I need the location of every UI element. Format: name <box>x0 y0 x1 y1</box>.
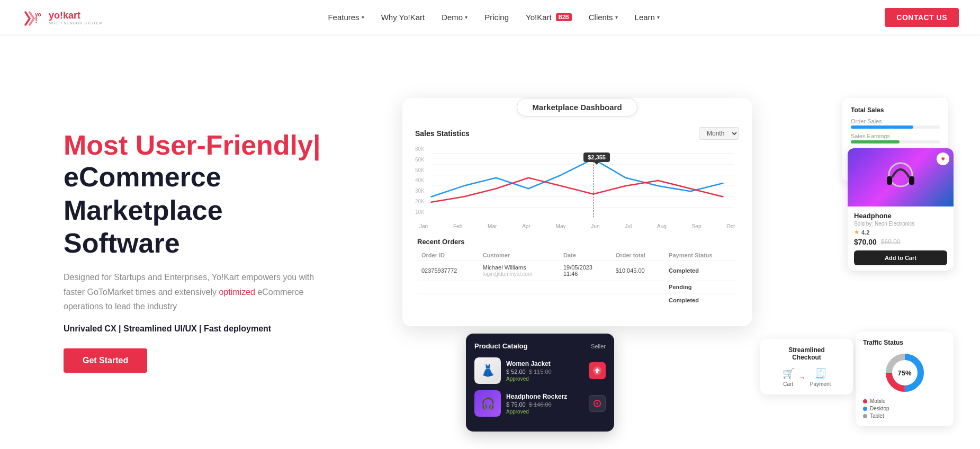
nav-item-demo[interactable]: Demo ▾ <box>442 13 467 22</box>
product-info: Headphone Sold by: Neon Electronics ★ 4.… <box>848 206 954 271</box>
nav-demo-label: Demo <box>442 13 463 22</box>
checkout-title: StreamlinedCheckout <box>769 346 844 361</box>
seller-icon-1 <box>589 362 606 379</box>
order-date: 19/05/202311:46 <box>559 261 612 281</box>
catalog-item-img-1: 👗 <box>474 357 501 384</box>
checkout-step-payment: 🧾 Payment <box>810 367 831 387</box>
headphone-item-icon: 🎧 <box>474 390 501 417</box>
seller-label: Seller <box>591 343 606 349</box>
chart-y-labels: 80K 60K 50K 40K 30K 20K 10K <box>415 146 425 215</box>
hero-heading-highlight: Most User-Friendly| <box>64 130 371 160</box>
traffic-legend: Mobile Desktop Tablet <box>863 398 946 419</box>
order-status-2: Pending <box>664 281 737 294</box>
dashboard-card: Marketplace Dashboard Sales Statistics M… <box>402 98 752 326</box>
hero-text: Most User-Friendly| eCommerce Marketplac… <box>64 130 371 373</box>
hero-subtext: Designed for Startups and Enterprises, Y… <box>64 270 328 313</box>
order-id: 02375937772 <box>417 261 479 281</box>
nav-item-features[interactable]: Features ▾ <box>328 13 364 22</box>
nav-item-yokart-b2b[interactable]: Yo!Kart B2B <box>526 13 572 22</box>
chart-svg <box>415 146 739 220</box>
get-started-button[interactable]: Get Started <box>64 348 147 373</box>
legend-label-desktop: Desktop <box>870 406 889 411</box>
legend-dot-tablet <box>863 414 867 418</box>
sales-earnings-bar <box>851 140 940 143</box>
total-sales-label: Total Sales <box>851 106 940 114</box>
svg-rect-12 <box>887 176 892 185</box>
col-order-id: Order ID <box>417 250 479 261</box>
logo[interactable]: ! yo yo!kart MULTI VENDOR SYSTEM <box>21 6 103 29</box>
month-dropdown[interactable]: Month <box>699 127 739 140</box>
donut-chart: 75% <box>863 352 946 394</box>
catalog-item-img-2: 🎧 <box>474 390 501 417</box>
item-price-1: $ 52.00 $ 115.00 <box>506 369 583 375</box>
order-sales-label: Order Sales <box>851 118 940 124</box>
chart-x-labels: Jan Feb Mar Apr May Jun Jul Aug Sep Oct <box>415 223 739 229</box>
chevron-down-icon-3: ▾ <box>615 14 618 20</box>
checkout-card: StreamlinedCheckout 🛒 Cart → 🧾 Payment <box>760 339 853 394</box>
hero-tagline: Unrivaled CX | Streamlined UI/UX | Fast … <box>64 324 371 334</box>
stats-title: Sales Statistics <box>415 129 470 138</box>
stats-header: Sales Statistics Month <box>415 127 739 140</box>
logo-text: yo!kart <box>49 10 103 21</box>
catalog-item-info-2: Headphone Rockerz $ 75.00 $ 146.00 Appro… <box>506 393 583 415</box>
catalog-item-info-1: Women Jacket $ 52.00 $ 115.00 Approved <box>506 360 583 382</box>
chart-area: 80K 60K 50K 40K 30K 20K 10K <box>415 146 739 220</box>
rating-value: 4.2 <box>861 229 869 236</box>
product-rating: ★ 4.2 <box>854 229 947 236</box>
nav-pricing-label: Pricing <box>484 13 509 22</box>
catalog-header: Product Catalog Seller <box>474 342 606 350</box>
product-name: Headphone <box>854 212 947 220</box>
chevron-down-icon: ▾ <box>362 14 364 20</box>
svg-text:yo: yo <box>35 12 41 17</box>
contact-us-button[interactable]: CONTACT US <box>885 8 959 27</box>
nav-why-label: Why Yo!Kart <box>381 13 425 22</box>
hero-heading-line1: eCommerce Marketplace <box>64 161 223 225</box>
checkout-steps: 🛒 Cart → 🧾 Payment <box>769 367 844 387</box>
order-sales-bar <box>851 125 940 129</box>
nav-item-why[interactable]: Why Yo!Kart <box>381 13 425 22</box>
table-row: Pending <box>417 281 737 294</box>
col-date: Date <box>559 250 612 261</box>
order-status: Completed <box>664 261 737 281</box>
hero-section: Most User-Friendly| eCommerce Marketplac… <box>0 34 980 449</box>
col-customer: Customer <box>479 250 559 261</box>
catalog-item-1: 👗 Women Jacket $ 52.00 $ 115.00 Approved <box>474 357 606 384</box>
nav-clients-label: Clients <box>589 13 613 22</box>
nav-item-learn[interactable]: Learn ▾ <box>635 13 660 22</box>
recent-orders-title: Recent Orders <box>417 238 737 246</box>
heart-icon[interactable]: ♥ <box>937 152 949 165</box>
seller-icon-2 <box>589 395 606 412</box>
chevron-down-icon-2: ▾ <box>465 14 467 20</box>
cart-label: Cart <box>783 381 793 387</box>
customer-name: Michael Williamslogin@dummyid.com <box>479 261 559 281</box>
recent-orders: Recent Orders Order ID Customer Date Ord… <box>415 238 739 307</box>
traffic-card: Traffic Status 75% Mobile <box>856 331 954 426</box>
payment-label: Payment <box>810 381 831 387</box>
nav-item-clients[interactable]: Clients ▾ <box>589 13 618 22</box>
item-name-2: Headphone Rockerz <box>506 393 583 400</box>
checkout-step-cart: 🛒 Cart <box>783 367 794 387</box>
catalog-item-2: 🎧 Headphone Rockerz $ 75.00 $ 146.00 App… <box>474 390 606 417</box>
product-card: ♥ Headphone Sold by: Neon Electronics ★ … <box>848 148 954 271</box>
add-to-cart-button[interactable]: Add to Cart <box>854 250 947 265</box>
table-row: Completed <box>417 294 737 307</box>
nav-links: Features ▾ Why Yo!Kart Demo ▾ Pricing Yo… <box>328 13 660 22</box>
item-status-1: Approved <box>506 376 583 382</box>
navbar: ! yo yo!kart MULTI VENDOR SYSTEM Feature… <box>0 0 980 34</box>
nav-features-label: Features <box>328 13 359 22</box>
legend-dot-desktop <box>863 407 867 411</box>
hero-visual: Marketplace Dashboard Sales Statistics M… <box>402 66 938 437</box>
chart-tooltip: $2,355 <box>583 152 610 162</box>
nav-item-pricing[interactable]: Pricing <box>484 13 509 22</box>
order-total: $10,045.00 <box>612 261 664 281</box>
product-price: $70.00 $60.00 <box>854 238 947 246</box>
nav-yokart-label: Yo!Kart <box>526 13 552 22</box>
legend-item-mobile: Mobile <box>863 398 946 404</box>
price-new: $70.00 <box>854 238 877 246</box>
item-status-2: Approved <box>506 409 583 415</box>
svg-rect-13 <box>909 176 914 185</box>
legend-item-tablet: Tablet <box>863 413 946 419</box>
hero-heading-main: eCommerce Marketplace Software <box>64 160 371 259</box>
jacket-icon: 👗 <box>474 357 501 384</box>
table-header-row: Order ID Customer Date Order total Payme… <box>417 250 737 261</box>
